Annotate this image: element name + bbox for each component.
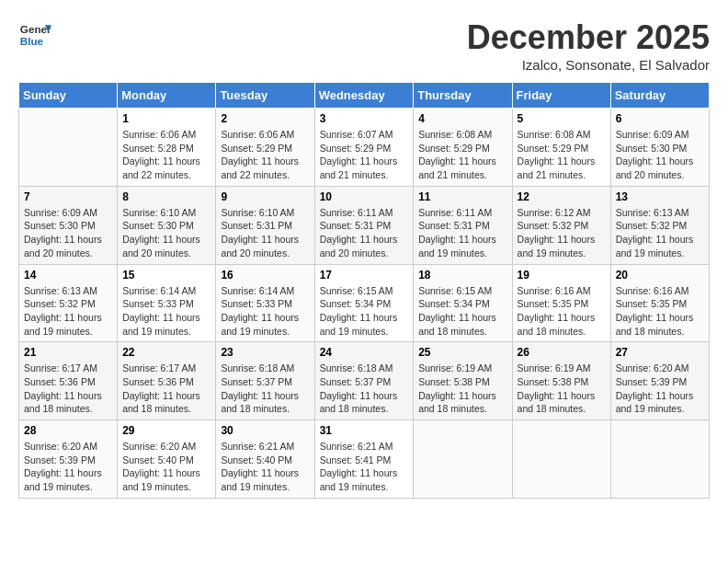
day-number: 4 [418, 112, 506, 125]
calendar-cell: 29Sunrise: 6:20 AM Sunset: 5:40 PM Dayli… [118, 420, 216, 499]
weekday-header-saturday: Saturday [610, 83, 709, 109]
day-info: Sunrise: 6:13 AM Sunset: 5:32 PM Dayligh… [24, 284, 112, 339]
day-number: 19 [518, 269, 606, 282]
day-number: 13 [616, 190, 704, 203]
calendar-cell: 18Sunrise: 6:15 AM Sunset: 5:34 PM Dayli… [414, 264, 512, 342]
day-info: Sunrise: 6:14 AM Sunset: 5:33 PM Dayligh… [122, 284, 210, 339]
day-info: Sunrise: 6:11 AM Sunset: 5:31 PM Dayligh… [418, 206, 506, 260]
day-info: Sunrise: 6:06 AM Sunset: 5:29 PM Dayligh… [221, 128, 309, 182]
calendar-cell: 23Sunrise: 6:18 AM Sunset: 5:37 PM Dayli… [216, 342, 314, 420]
calendar-cell: 5Sunrise: 6:08 AM Sunset: 5:29 PM Daylig… [512, 109, 610, 187]
calendar-cell [610, 420, 709, 499]
calendar-cell: 26Sunrise: 6:19 AM Sunset: 5:38 PM Dayli… [512, 342, 610, 420]
calendar-cell: 4Sunrise: 6:08 AM Sunset: 5:29 PM Daylig… [414, 109, 512, 187]
day-info: Sunrise: 6:10 AM Sunset: 5:30 PM Dayligh… [122, 206, 210, 260]
day-number: 16 [221, 269, 309, 282]
svg-text:General: General [20, 23, 51, 35]
calendar-cell: 24Sunrise: 6:18 AM Sunset: 5:37 PM Dayli… [314, 342, 414, 420]
day-info: Sunrise: 6:19 AM Sunset: 5:38 PM Dayligh… [418, 362, 506, 416]
day-number: 30 [221, 424, 309, 437]
day-info: Sunrise: 6:13 AM Sunset: 5:32 PM Dayligh… [616, 206, 704, 260]
calendar-cell: 12Sunrise: 6:12 AM Sunset: 5:32 PM Dayli… [512, 186, 610, 264]
calendar-week-row: 28Sunrise: 6:20 AM Sunset: 5:39 PM Dayli… [19, 420, 710, 499]
calendar-cell: 27Sunrise: 6:20 AM Sunset: 5:39 PM Dayli… [610, 342, 709, 420]
day-number: 6 [616, 112, 704, 125]
day-info: Sunrise: 6:18 AM Sunset: 5:37 PM Dayligh… [320, 362, 409, 416]
day-number: 27 [616, 346, 704, 359]
day-info: Sunrise: 6:18 AM Sunset: 5:37 PM Dayligh… [221, 362, 309, 416]
calendar-cell: 7Sunrise: 6:09 AM Sunset: 5:30 PM Daylig… [19, 186, 118, 264]
day-info: Sunrise: 6:16 AM Sunset: 5:35 PM Dayligh… [616, 284, 704, 339]
day-info: Sunrise: 6:08 AM Sunset: 5:29 PM Dayligh… [418, 128, 506, 182]
calendar-cell: 19Sunrise: 6:16 AM Sunset: 5:35 PM Dayli… [512, 264, 610, 342]
day-number: 11 [418, 190, 506, 203]
weekday-header-monday: Monday [118, 83, 216, 109]
day-number: 14 [24, 269, 112, 282]
calendar-cell: 9Sunrise: 6:10 AM Sunset: 5:31 PM Daylig… [216, 186, 314, 264]
calendar-cell: 6Sunrise: 6:09 AM Sunset: 5:30 PM Daylig… [610, 109, 709, 187]
day-number: 17 [320, 269, 409, 282]
calendar-cell [19, 109, 118, 187]
day-info: Sunrise: 6:09 AM Sunset: 5:30 PM Dayligh… [616, 128, 704, 182]
calendar-cell: 21Sunrise: 6:17 AM Sunset: 5:36 PM Dayli… [19, 342, 118, 420]
day-info: Sunrise: 6:17 AM Sunset: 5:36 PM Dayligh… [24, 362, 112, 416]
logo-icon: General Blue [18, 18, 51, 52]
day-number: 2 [221, 112, 309, 125]
day-number: 12 [518, 190, 606, 203]
weekday-header-friday: Friday [512, 83, 610, 109]
calendar-week-row: 21Sunrise: 6:17 AM Sunset: 5:36 PM Dayli… [19, 342, 710, 420]
month-title: December 2025 [467, 18, 710, 57]
title-area: December 2025 Izalco, Sonsonate, El Salv… [467, 18, 710, 73]
calendar-cell: 8Sunrise: 6:10 AM Sunset: 5:30 PM Daylig… [118, 186, 216, 264]
calendar-cell: 20Sunrise: 6:16 AM Sunset: 5:35 PM Dayli… [610, 264, 709, 342]
day-info: Sunrise: 6:21 AM Sunset: 5:41 PM Dayligh… [320, 440, 409, 494]
day-number: 24 [320, 346, 409, 359]
page-header: General Blue December 2025 Izalco, Sonso… [18, 18, 710, 73]
weekday-header-thursday: Thursday [414, 83, 512, 109]
calendar-cell: 10Sunrise: 6:11 AM Sunset: 5:31 PM Dayli… [314, 186, 414, 264]
weekday-header-tuesday: Tuesday [216, 83, 314, 109]
day-info: Sunrise: 6:21 AM Sunset: 5:40 PM Dayligh… [221, 440, 309, 494]
day-number: 3 [320, 112, 409, 125]
day-number: 31 [320, 424, 409, 437]
day-number: 22 [122, 346, 210, 359]
calendar-table: SundayMondayTuesdayWednesdayThursdayFrid… [18, 82, 710, 499]
day-info: Sunrise: 6:09 AM Sunset: 5:30 PM Dayligh… [24, 206, 112, 260]
logo: General Blue [18, 18, 51, 52]
svg-text:Blue: Blue [20, 35, 44, 47]
calendar-cell: 14Sunrise: 6:13 AM Sunset: 5:32 PM Dayli… [19, 264, 118, 342]
day-number: 15 [122, 269, 210, 282]
day-info: Sunrise: 6:12 AM Sunset: 5:32 PM Dayligh… [518, 206, 606, 260]
calendar-cell: 22Sunrise: 6:17 AM Sunset: 5:36 PM Dayli… [118, 342, 216, 420]
day-info: Sunrise: 6:14 AM Sunset: 5:33 PM Dayligh… [221, 284, 309, 339]
day-info: Sunrise: 6:17 AM Sunset: 5:36 PM Dayligh… [122, 362, 210, 416]
day-number: 28 [24, 424, 112, 437]
day-number: 29 [122, 424, 210, 437]
calendar-cell: 15Sunrise: 6:14 AM Sunset: 5:33 PM Dayli… [118, 264, 216, 342]
calendar-cell: 2Sunrise: 6:06 AM Sunset: 5:29 PM Daylig… [216, 109, 314, 187]
day-number: 26 [518, 346, 606, 359]
day-number: 20 [616, 269, 704, 282]
calendar-cell: 28Sunrise: 6:20 AM Sunset: 5:39 PM Dayli… [19, 420, 118, 499]
day-number: 10 [320, 190, 409, 203]
day-number: 9 [221, 190, 309, 203]
calendar-body: 1Sunrise: 6:06 AM Sunset: 5:28 PM Daylig… [19, 109, 710, 499]
day-number: 25 [418, 346, 506, 359]
day-info: Sunrise: 6:19 AM Sunset: 5:38 PM Dayligh… [518, 362, 606, 416]
day-info: Sunrise: 6:20 AM Sunset: 5:39 PM Dayligh… [616, 362, 704, 416]
day-info: Sunrise: 6:10 AM Sunset: 5:31 PM Dayligh… [221, 206, 309, 260]
day-info: Sunrise: 6:20 AM Sunset: 5:39 PM Dayligh… [24, 440, 112, 494]
day-info: Sunrise: 6:20 AM Sunset: 5:40 PM Dayligh… [122, 440, 210, 494]
weekday-header-wednesday: Wednesday [314, 83, 414, 109]
day-info: Sunrise: 6:06 AM Sunset: 5:28 PM Dayligh… [122, 128, 210, 182]
calendar-cell: 3Sunrise: 6:07 AM Sunset: 5:29 PM Daylig… [314, 109, 414, 187]
calendar-week-row: 14Sunrise: 6:13 AM Sunset: 5:32 PM Dayli… [19, 264, 710, 342]
calendar-cell: 16Sunrise: 6:14 AM Sunset: 5:33 PM Dayli… [216, 264, 314, 342]
day-number: 8 [122, 190, 210, 203]
day-number: 21 [24, 346, 112, 359]
calendar-week-row: 1Sunrise: 6:06 AM Sunset: 5:28 PM Daylig… [19, 109, 710, 187]
calendar-cell: 1Sunrise: 6:06 AM Sunset: 5:28 PM Daylig… [118, 109, 216, 187]
day-number: 1 [122, 112, 210, 125]
day-info: Sunrise: 6:07 AM Sunset: 5:29 PM Dayligh… [320, 128, 409, 182]
calendar-header-row: SundayMondayTuesdayWednesdayThursdayFrid… [19, 83, 710, 109]
